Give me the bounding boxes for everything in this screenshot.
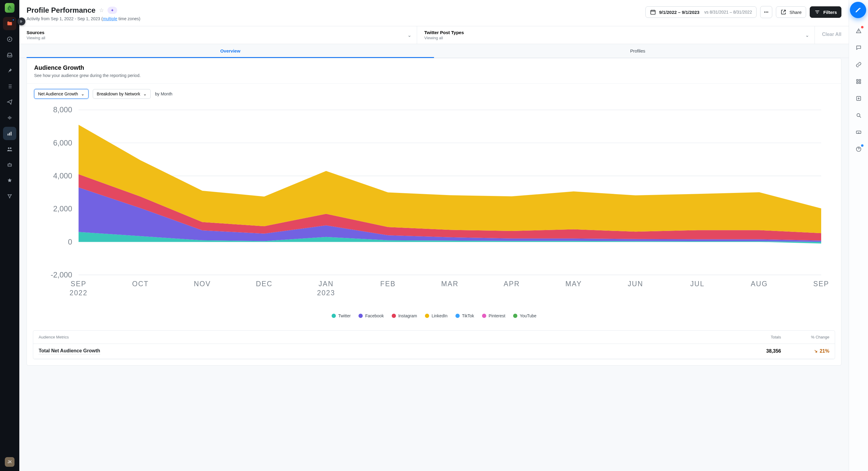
compose-button[interactable]	[850, 2, 866, 18]
legend-item[interactable]: Instagram	[392, 313, 417, 318]
rail-links[interactable]	[852, 59, 865, 71]
network-icon	[7, 193, 13, 199]
svg-text:4,000: 4,000	[53, 171, 72, 180]
notification-dot	[861, 144, 864, 147]
page-header: Profile Performance ☆ ✦ Activity from Se…	[19, 0, 849, 26]
legend-item[interactable]: YouTube	[513, 313, 536, 318]
expand-icon	[20, 20, 23, 23]
granularity-label: by Month	[155, 92, 173, 96]
expand-sidebar-handle[interactable]	[18, 18, 25, 25]
nav-list[interactable]	[3, 80, 16, 93]
chevron-down-icon: ⌄	[143, 92, 147, 96]
clear-all-button[interactable]: Clear All	[815, 26, 849, 44]
nav-bot[interactable]	[3, 158, 16, 171]
date-range-value: 9/1/2022 – 9/1/2023	[659, 10, 699, 15]
share-icon	[780, 9, 786, 15]
svg-text:SEP: SEP	[813, 280, 829, 288]
alert-triangle-icon	[856, 28, 862, 34]
bar-chart-icon	[7, 130, 13, 136]
robot-icon	[7, 162, 13, 168]
nav-analytics[interactable]	[3, 127, 16, 140]
paper-plane-icon	[7, 99, 13, 105]
rail-alerts[interactable]	[852, 25, 865, 37]
svg-text:-2,000: -2,000	[51, 271, 72, 279]
nav-compass[interactable]	[3, 33, 16, 46]
rail-search[interactable]	[852, 109, 865, 121]
audience-growth-panel: Audience Growth See how your audience gr…	[27, 58, 841, 366]
chevron-down-icon: ⌄	[407, 32, 411, 38]
more-options-button[interactable]	[760, 6, 772, 18]
nav-audio[interactable]	[3, 111, 16, 124]
ai-badge[interactable]: ✦	[107, 7, 117, 14]
svg-text:8,000: 8,000	[53, 105, 72, 114]
svg-point-2	[8, 165, 9, 166]
chart-legend: TwitterFacebookInstagramLinkedInTikTokPi…	[27, 310, 841, 324]
metrics-col-name: Audience Metrics	[39, 335, 733, 339]
legend-swatch	[359, 314, 363, 318]
svg-text:SEP: SEP	[71, 280, 87, 288]
tab-profiles[interactable]: Profiles	[434, 44, 841, 58]
rail-keyboard[interactable]	[852, 126, 865, 138]
filter-sources-sub: Viewing all	[27, 36, 409, 40]
svg-point-9	[766, 11, 767, 12]
svg-text:2022: 2022	[69, 289, 88, 297]
rail-comments[interactable]	[852, 42, 865, 54]
svg-text:2023: 2023	[317, 289, 335, 297]
svg-text:NOV: NOV	[194, 280, 211, 288]
content-scroll[interactable]: Audience Growth See how your audience gr…	[19, 58, 849, 471]
metric-name: Total Net Audience Growth	[39, 348, 100, 354]
metric-select[interactable]: Net Audience Growth ⌄	[34, 89, 89, 99]
filter-sources[interactable]: Sources Viewing all ⌄	[19, 26, 417, 44]
svg-rect-1	[8, 164, 11, 166]
nav-send[interactable]	[3, 95, 16, 109]
nav-network[interactable]	[3, 190, 16, 203]
rail-add[interactable]	[852, 92, 865, 104]
panel-title: Audience Growth	[34, 64, 834, 71]
legend-item[interactable]: Twitter	[332, 313, 351, 318]
date-range-picker[interactable]: 9/1/2022 – 9/1/2023 vs 8/31/2021 – 8/31/…	[645, 6, 756, 18]
svg-rect-7	[651, 10, 655, 14]
legend-item[interactable]: LinkedIn	[425, 313, 447, 318]
filters-label: Filters	[823, 10, 837, 15]
svg-text:JAN: JAN	[319, 280, 334, 288]
legend-item[interactable]: Facebook	[359, 313, 383, 318]
page-title: Profile Performance	[27, 6, 95, 14]
list-icon	[7, 83, 13, 89]
legend-label: YouTube	[520, 313, 536, 318]
rail-help[interactable]	[852, 143, 865, 155]
nav-pin[interactable]	[3, 64, 16, 77]
chevron-down-icon: ⌄	[805, 32, 809, 38]
user-avatar[interactable]: JK	[5, 457, 14, 467]
filter-post-types[interactable]: Twitter Post Types Viewing all ⌄	[417, 26, 815, 44]
share-button[interactable]: Share	[776, 6, 806, 18]
left-nav: JK	[0, 0, 19, 471]
svg-text:6,000: 6,000	[53, 138, 72, 147]
nav-inbox[interactable]	[3, 48, 16, 62]
panel-subtitle: See how your audience grew during the re…	[34, 73, 834, 78]
subline-suffix: time zones)	[117, 16, 140, 21]
nav-star[interactable]	[3, 174, 16, 187]
legend-label: Twitter	[338, 313, 351, 318]
tab-overview[interactable]: Overview	[27, 44, 434, 58]
notification-dot	[861, 26, 864, 28]
audio-wave-icon	[7, 115, 13, 121]
svg-text:FEB: FEB	[380, 280, 396, 288]
legend-label: Pinterest	[489, 313, 505, 318]
breakdown-select[interactable]: Breakdown by Network ⌄	[93, 89, 151, 99]
audience-growth-chart: -2,00002,0004,0006,0008,000SEP2022OCTNOV…	[34, 103, 834, 307]
filters-button[interactable]: Filters	[810, 6, 841, 18]
rail-apps[interactable]	[852, 75, 865, 88]
legend-label: Instagram	[398, 313, 417, 318]
brand-logo[interactable]	[5, 3, 14, 13]
link-icon	[856, 62, 862, 68]
legend-item[interactable]: Pinterest	[482, 313, 505, 318]
breakdown-select-value: Breakdown by Network	[97, 92, 140, 96]
nav-folder[interactable]	[3, 17, 16, 30]
folder-icon	[7, 21, 13, 27]
favorite-star-icon[interactable]: ☆	[99, 7, 104, 13]
timezones-link[interactable]: multiple	[103, 16, 117, 21]
nav-people[interactable]	[3, 143, 16, 156]
comment-icon	[856, 45, 862, 51]
legend-item[interactable]: TikTok	[456, 313, 474, 318]
filter-bar: Sources Viewing all ⌄ Twitter Post Types…	[19, 26, 849, 44]
